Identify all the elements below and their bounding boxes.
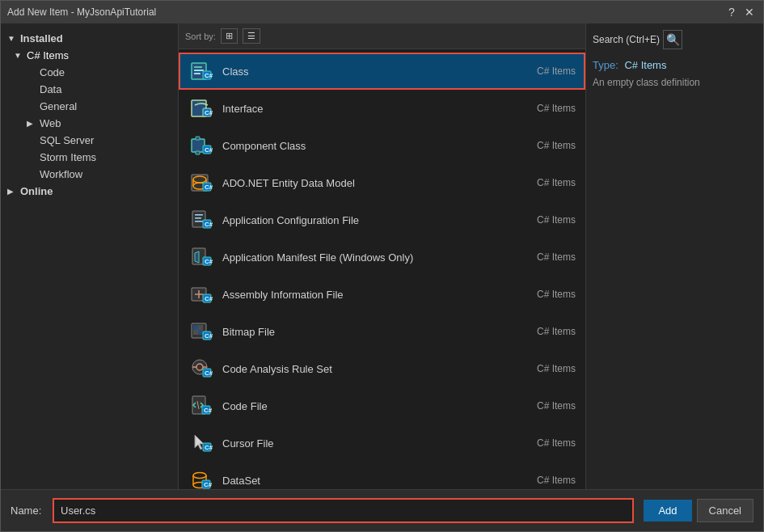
item-name-label: Code Analysis Rule Set	[222, 363, 503, 375]
svg-rect-3	[194, 73, 200, 74]
center-panel: Sort by: ⊞ ☰ C# ClassC# Items C# Interf	[179, 23, 585, 489]
name-label: Name:	[11, 505, 43, 517]
sidebar-item-web[interactable]: ▶Web	[1, 115, 178, 132]
svg-rect-2	[194, 70, 204, 71]
svg-text:C#: C#	[205, 109, 213, 116]
list-item[interactable]: C# InterfaceC# Items	[179, 90, 585, 127]
bitmap-icon: C#	[188, 319, 214, 344]
assembly-icon: C#	[188, 281, 214, 307]
list-item[interactable]: C# Assembly Information FileC# Items	[179, 276, 585, 313]
item-category-label: C# Items	[511, 177, 576, 188]
item-category-label: C# Items	[511, 475, 576, 486]
sidebar-item-label: Workflow	[40, 168, 82, 180]
svg-text:C#: C#	[205, 72, 213, 79]
ado-icon: C#	[188, 170, 214, 196]
item-category-label: C# Items	[511, 103, 576, 114]
cursor-icon: C#	[188, 430, 214, 456]
list-item[interactable]: C# Code FileC# Items	[179, 387, 585, 424]
sidebar-arrow-icon: ▼	[7, 34, 17, 43]
item-name-label: Code File	[222, 400, 503, 412]
svg-text:C#: C#	[205, 184, 213, 191]
list-item[interactable]: C# Application Manifest File (Windows On…	[179, 239, 585, 276]
close-button[interactable]: ✕	[742, 5, 757, 19]
sidebar-item-general[interactable]: General	[1, 98, 178, 115]
add-new-item-dialog: Add New Item - MyJsonApiTutorial ? ✕ ▼In…	[0, 0, 764, 532]
item-category-label: C# Items	[511, 140, 576, 151]
list-item[interactable]: C# DataSetC# Items	[179, 462, 585, 489]
svg-rect-36	[193, 325, 198, 330]
sort-controls: Sort by: ⊞ ☰	[185, 28, 579, 44]
sidebar-item-label: C# Items	[27, 49, 69, 61]
sidebar-item-label: Web	[40, 117, 61, 129]
svg-text:C#: C#	[205, 332, 213, 340]
sidebar-item-sql-server[interactable]: SQL Server	[1, 132, 178, 149]
sidebar-item-storm-items[interactable]: Storm Items	[1, 149, 178, 166]
dataset-icon: C#	[188, 467, 214, 489]
list-item[interactable]: C# Component ClassC# Items	[179, 127, 585, 164]
sidebar-item-data[interactable]: Data	[1, 81, 178, 98]
item-name-label: Assembly Information File	[222, 289, 503, 301]
search-row: Search (Ctrl+E) 🔍	[593, 30, 757, 49]
sidebar-item-code[interactable]: Code	[1, 64, 178, 81]
class-icon: C#	[188, 58, 214, 84]
item-category-label: C# Items	[511, 400, 576, 412]
item-name-label: Component Class	[222, 140, 503, 152]
sort-list-button[interactable]: ☰	[243, 28, 260, 44]
title-bar: Add New Item - MyJsonApiTutorial ? ✕	[1, 1, 763, 23]
list-item[interactable]: C# Application Configuration FileC# Item…	[179, 201, 585, 239]
search-button[interactable]: 🔍	[663, 30, 682, 49]
dialog-body: ▼Installed▼C# ItemsCodeDataGeneral▶WebSQ…	[1, 23, 763, 489]
cancel-button[interactable]: Cancel	[697, 499, 753, 522]
svg-text:C#: C#	[205, 444, 213, 451]
type-value: C# Items	[624, 59, 666, 71]
sidebar-item-label: General	[40, 100, 77, 112]
svg-rect-22	[195, 214, 203, 216]
item-name-label: Cursor File	[222, 437, 503, 450]
list-item[interactable]: C# Bitmap FileC# Items	[179, 313, 585, 350]
list-item[interactable]: C# ClassC# Items	[179, 53, 585, 90]
sidebar-item-online[interactable]: ▶Online	[1, 183, 178, 200]
svg-text:C#: C#	[204, 481, 213, 488]
interface-icon: C#	[188, 95, 214, 121]
add-button[interactable]: Add	[644, 500, 691, 521]
search-label: Search (Ctrl+E)	[593, 34, 660, 45]
item-category-label: C# Items	[511, 214, 576, 226]
info-section: Type: C# Items An empty class definition	[593, 59, 757, 90]
type-label: Type:	[593, 59, 618, 71]
bottom-buttons: Add Cancel	[644, 499, 753, 522]
svg-rect-39	[198, 330, 203, 335]
sort-label: Sort by:	[185, 32, 216, 41]
item-category-label: C# Items	[511, 363, 576, 374]
sidebar-item-label: Online	[20, 185, 53, 197]
sidebar-item-installed[interactable]: ▼Installed	[1, 30, 178, 47]
sidebar-item-label: SQL Server	[40, 134, 94, 146]
sidebar-item-workflow[interactable]: Workflow	[1, 166, 178, 183]
name-input[interactable]	[57, 501, 629, 520]
svg-rect-11	[196, 151, 200, 154]
sidebar-item-csharp-items[interactable]: ▼C# Items	[1, 47, 178, 64]
list-item[interactable]: C# Cursor FileC# Items	[179, 424, 585, 462]
dialog-title: Add New Item - MyJsonApiTutorial	[7, 6, 156, 18]
item-name-label: Class	[222, 65, 503, 78]
manifest-icon: C#	[188, 244, 214, 270]
svg-text:C#: C#	[205, 146, 213, 154]
svg-text:C#: C#	[205, 295, 213, 302]
item-category-label: C# Items	[511, 289, 576, 300]
list-item[interactable]: C# Code Analysis Rule SetC# Items	[179, 350, 585, 387]
right-panel: Search (Ctrl+E) 🔍 Type: C# Items An empt…	[585, 23, 763, 489]
sidebar-arrow-icon: ▶	[7, 187, 17, 196]
svg-rect-1	[194, 66, 202, 68]
item-name-label: Bitmap File	[222, 326, 503, 338]
svg-rect-37	[198, 325, 203, 330]
help-button[interactable]: ?	[724, 5, 739, 19]
svg-rect-24	[195, 221, 203, 222]
item-name-label: DataSet	[222, 475, 503, 487]
items-list: C# ClassC# Items C# InterfaceC# Items C#…	[179, 49, 585, 489]
svg-rect-38	[193, 330, 198, 335]
sidebar-arrow-icon: ▼	[14, 51, 23, 60]
codefile-icon: C#	[188, 393, 214, 419]
sort-grid-button[interactable]: ⊞	[221, 28, 238, 44]
list-item[interactable]: C# ADO.NET Entity Data ModelC# Items	[179, 164, 585, 201]
type-description: An empty class definition	[593, 76, 757, 90]
item-name-label: Interface	[222, 103, 503, 115]
